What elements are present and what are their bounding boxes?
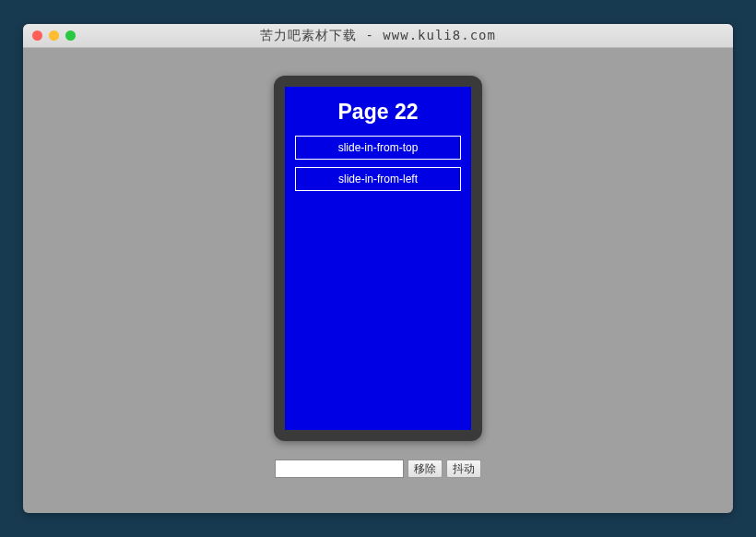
close-icon[interactable] <box>32 30 42 41</box>
text-input[interactable] <box>275 459 404 478</box>
minimize-icon[interactable] <box>49 30 59 41</box>
page-title: Page 22 <box>338 100 419 125</box>
slide-in-from-top-button[interactable]: slide-in-from-top <box>295 136 461 160</box>
remove-button[interactable]: 移除 <box>408 459 443 478</box>
app-window: 苦力吧素材下载 - www.kuli8.com Page 22 slide-in… <box>23 24 733 513</box>
phone-frame: Page 22 slide-in-from-top slide-in-from-… <box>274 76 482 441</box>
maximize-icon[interactable] <box>65 30 76 41</box>
slide-in-from-left-button[interactable]: slide-in-from-left <box>295 167 461 191</box>
shake-button[interactable]: 抖动 <box>446 459 481 478</box>
window-title: 苦力吧素材下载 - www.kuli8.com <box>23 28 733 44</box>
phone-screen: Page 22 slide-in-from-top slide-in-from-… <box>285 87 471 430</box>
titlebar: 苦力吧素材下载 - www.kuli8.com <box>23 24 733 48</box>
content-area: Page 22 slide-in-from-top slide-in-from-… <box>23 48 733 513</box>
controls-row: 移除 抖动 <box>275 459 481 478</box>
traffic-lights <box>23 30 76 41</box>
